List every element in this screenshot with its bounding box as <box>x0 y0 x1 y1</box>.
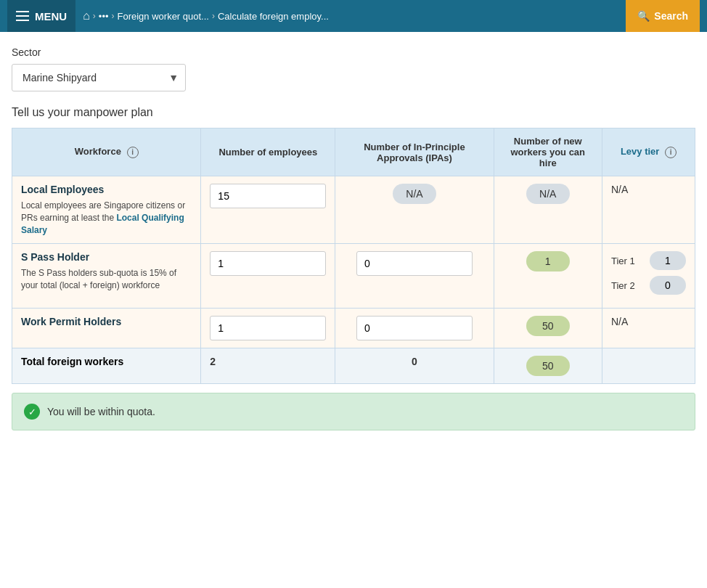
tier2-label: Tier 2 <box>611 280 644 291</box>
workforce-cell-local: Local Employees Local employees are Sing… <box>12 176 201 244</box>
num-new-workers-cell-wp: 50 <box>494 309 602 348</box>
wp-levy-na: N/A <box>611 316 628 327</box>
total-label-cell: Total foreign workers <box>12 348 201 384</box>
local-new-workers-badge: N/A <box>526 184 570 204</box>
hamburger-icon <box>16 11 29 21</box>
total-new-workers-badge: 50 <box>526 356 570 376</box>
search-button[interactable]: 🔍 Search <box>626 0 700 32</box>
spass-new-workers-badge: 1 <box>526 251 570 271</box>
num-employees-cell-spass <box>201 244 335 309</box>
spass-employees-input[interactable] <box>210 251 326 276</box>
local-employees-label: Local Employees <box>21 184 192 195</box>
menu-button[interactable]: MENU <box>7 0 75 32</box>
success-message: You will be within quota. <box>47 406 155 417</box>
tier1-badge: 1 <box>650 251 686 270</box>
local-employees-input[interactable] <box>210 184 326 208</box>
sector-section: Sector Marine Shipyard Construction Manu… <box>12 46 695 106</box>
levy-tier-cell-local: N/A <box>602 176 695 244</box>
spass-desc: The S Pass holders sub-quota is 15% of y… <box>21 267 192 292</box>
sector-select-wrapper: Marine Shipyard Construction Manufacturi… <box>12 64 186 91</box>
breadcrumb-sep-2: › <box>112 11 115 21</box>
quota-table: Workforce i Number of employees Number o… <box>12 128 695 384</box>
header-num-new-workers: Number of new workers you can hire <box>494 128 602 176</box>
menu-label: MENU <box>35 10 67 23</box>
levy-tier-cell-wp: N/A <box>602 309 695 348</box>
workforce-cell-wp: Work Permit Holders <box>12 309 201 348</box>
workforce-cell-spass: S Pass Holder The S Pass holders sub-quo… <box>12 244 201 309</box>
local-ipas-badge: N/A <box>393 184 436 204</box>
spass-tier1-row: Tier 1 1 <box>611 251 686 270</box>
sector-dropdown[interactable]: Marine Shipyard Construction Manufacturi… <box>12 64 186 91</box>
breadcrumb-home[interactable]: ⌂ <box>83 9 90 23</box>
num-employees-cell-wp <box>201 309 335 348</box>
num-ipas-cell-spass <box>335 244 494 309</box>
breadcrumb-sep-3: › <box>212 11 215 21</box>
manpower-section-title: Tell us your manpower plan <box>12 106 695 119</box>
num-employees-cell-local <box>201 176 335 244</box>
table-row: Work Permit Holders 50 N/A <box>12 309 695 348</box>
total-ipas-value: 0 <box>412 356 417 367</box>
total-levy-cell <box>602 348 695 384</box>
breadcrumb: ⌂ › ••• › Foreign worker quot... › Calcu… <box>75 9 626 23</box>
header-num-employees: Number of employees <box>201 128 335 176</box>
spass-label: S Pass Holder <box>21 251 192 263</box>
levy-tier-info-icon[interactable]: i <box>665 147 677 158</box>
total-employees-cell: 2 <box>201 348 335 384</box>
total-row: Total foreign workers 2 0 50 <box>12 348 695 384</box>
check-icon: ✓ <box>24 404 40 420</box>
workforce-info-icon[interactable]: i <box>127 147 139 158</box>
wp-label: Work Permit Holders <box>21 316 192 327</box>
table-header-row: Workforce i Number of employees Number o… <box>12 128 695 176</box>
search-icon: 🔍 <box>637 10 650 22</box>
num-ipas-cell-wp <box>335 309 494 348</box>
spass-tier2-row: Tier 2 0 <box>611 276 686 295</box>
success-banner: ✓ You will be within quota. <box>12 393 695 430</box>
breadcrumb-sep-1: › <box>93 11 96 21</box>
local-employees-desc: Local employees are Singapore citizens o… <box>21 200 192 236</box>
tier2-badge: 0 <box>650 276 686 295</box>
levy-tier-cell-spass: Tier 1 1 Tier 2 0 <box>602 244 695 309</box>
header-levy-tier: Levy tier i <box>602 128 695 176</box>
breadcrumb-calculate[interactable]: Calculate foreign employ... <box>218 11 329 22</box>
search-label: Search <box>654 10 688 22</box>
wp-new-workers-badge: 50 <box>526 316 570 336</box>
local-levy-na: N/A <box>611 184 628 195</box>
header-workforce: Workforce i <box>12 128 201 176</box>
wp-ipas-input[interactable] <box>356 316 473 340</box>
total-new-workers-cell: 50 <box>494 348 602 384</box>
wp-employees-input[interactable] <box>210 316 326 340</box>
table-row: S Pass Holder The S Pass holders sub-quo… <box>12 244 695 309</box>
spass-ipas-input[interactable] <box>356 251 473 276</box>
total-employees-value: 2 <box>210 356 216 367</box>
tier1-label: Tier 1 <box>611 256 644 266</box>
top-navbar: MENU ⌂ › ••• › Foreign worker quot... › … <box>0 0 707 32</box>
breadcrumb-more[interactable]: ••• <box>99 11 109 22</box>
table-row: Local Employees Local employees are Sing… <box>12 176 695 244</box>
sector-label: Sector <box>12 46 695 58</box>
num-ipas-cell-local: N/A <box>335 176 494 244</box>
main-content: Sector Marine Shipyard Construction Manu… <box>0 32 707 445</box>
num-new-workers-cell-spass: 1 <box>494 244 602 309</box>
num-new-workers-cell-local: N/A <box>494 176 602 244</box>
header-num-ipas: Number of In-Principle Approvals (IPAs) <box>335 128 494 176</box>
manpower-section: Tell us your manpower plan Workforce i N… <box>12 106 695 430</box>
total-ipas-cell: 0 <box>335 348 494 384</box>
total-label: Total foreign workers <box>21 356 123 367</box>
breadcrumb-foreign-worker[interactable]: Foreign worker quot... <box>118 11 209 22</box>
